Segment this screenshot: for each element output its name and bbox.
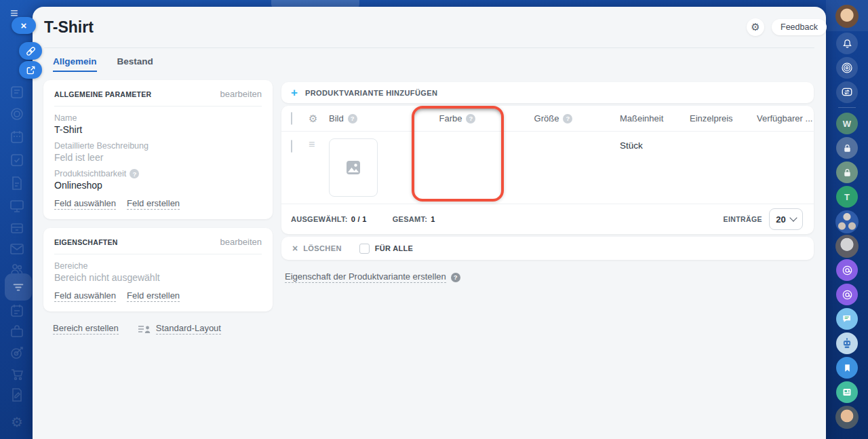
- selected-label: AUSGEWÄHLT:: [291, 215, 348, 223]
- column-header-bild[interactable]: Bild ?: [329, 113, 412, 123]
- for-all-control[interactable]: FÜR ALLE: [359, 244, 413, 254]
- mail-icon[interactable]: [9, 241, 25, 257]
- create-variant-property-link[interactable]: Eigenschaft der Produktvariante erstelle…: [285, 271, 446, 283]
- column-header-verfuegbar[interactable]: Verfügbarer ...: [751, 113, 814, 123]
- total-value: 1: [431, 215, 435, 223]
- card-title: EIGENSCHAFTEN: [54, 238, 118, 246]
- delete-button[interactable]: × LÖSCHEN: [292, 244, 342, 253]
- documents-icon[interactable]: [9, 175, 25, 191]
- select-field-link[interactable]: Feld auswählen: [54, 290, 116, 302]
- planner-check-icon[interactable]: [9, 152, 25, 168]
- total-label: GESAMT:: [393, 215, 428, 223]
- calendar-icon[interactable]: [9, 129, 25, 145]
- feedback-button[interactable]: Feedback: [772, 19, 827, 35]
- selected-stat: AUSGEWÄHLT: 0 / 1: [291, 215, 367, 223]
- header-divider: [44, 47, 814, 48]
- help-icon[interactable]: ?: [130, 169, 139, 178]
- edit-link[interactable]: bearbeiten: [220, 89, 262, 99]
- messenger-sync-icon[interactable]: [836, 81, 858, 103]
- external-link-icon: [26, 65, 36, 75]
- add-variant-card[interactable]: + PRODUKTVARIANTE HINZUFÜGEN: [281, 82, 814, 103]
- left-column: ALLGEMEINE PARAMETER bearbeiten Name T-S…: [43, 80, 273, 335]
- copy-link-button[interactable]: [19, 42, 42, 60]
- column-header-masseinheit[interactable]: Maßeinheit: [604, 113, 682, 123]
- workspace-icon[interactable]: [9, 324, 25, 340]
- user-avatar[interactable]: [835, 235, 859, 258]
- marketing-target-icon[interactable]: [9, 345, 25, 361]
- copilot-icon[interactable]: [836, 284, 858, 305]
- masseinheit-cell[interactable]: Stück: [604, 138, 682, 151]
- copilot-icon[interactable]: [836, 259, 858, 281]
- tasks-ring-icon[interactable]: [9, 106, 25, 122]
- table-settings-gear-icon[interactable]: ⚙: [309, 113, 329, 125]
- column-header-farbe[interactable]: Farbe ?: [412, 113, 503, 123]
- layout-people-icon: [138, 324, 151, 335]
- create-field-link[interactable]: Feld erstellen: [127, 198, 180, 210]
- user-avatar[interactable]: [835, 5, 859, 28]
- locked-chat-icon[interactable]: [836, 161, 858, 183]
- create-property-row: Eigenschaft der Produktvariante erstelle…: [285, 271, 814, 283]
- create-field-link[interactable]: Feld erstellen: [127, 290, 180, 302]
- locked-chat-icon[interactable]: [836, 137, 858, 159]
- projects-icon[interactable]: [9, 303, 25, 319]
- delete-x-icon: ×: [292, 244, 298, 253]
- general-parameters-card: ALLGEMEINE PARAMETER bearbeiten Name T-S…: [43, 80, 273, 219]
- team-t-item[interactable]: T: [836, 186, 858, 208]
- open-new-window-button[interactable]: [19, 61, 42, 79]
- column-header-groesse[interactable]: Größe ?: [503, 113, 604, 123]
- help-icon[interactable]: ?: [466, 114, 475, 123]
- select-field-link[interactable]: Feld auswählen: [54, 198, 116, 210]
- news-feed-icon[interactable]: [836, 381, 858, 403]
- help-icon[interactable]: ?: [563, 114, 572, 123]
- chevron-down-icon: [789, 214, 797, 221]
- crm-filter-item-active[interactable]: [5, 273, 32, 301]
- column-header-einzelpreis[interactable]: Einzelpreis: [682, 113, 751, 123]
- entries-control: EINTRÄGE 20: [724, 208, 803, 230]
- workgroup-w-item[interactable]: W: [836, 113, 858, 134]
- help-icon[interactable]: ?: [348, 114, 357, 123]
- select-all-checkbox[interactable]: [291, 112, 292, 125]
- presentation-icon[interactable]: [9, 198, 25, 214]
- create-section-link[interactable]: Bereich erstellen: [53, 323, 119, 335]
- field-label: Name: [54, 113, 262, 123]
- card-links: Feld auswählen Feld erstellen: [54, 290, 262, 302]
- field-value: Feld ist leer: [54, 152, 262, 163]
- bild-cell: [329, 138, 412, 197]
- help-icon[interactable]: ?: [451, 273, 460, 282]
- user-avatar[interactable]: [835, 406, 859, 429]
- field-value: T-Shirt: [54, 124, 262, 135]
- panel-settings-gear-icon[interactable]: ⚙: [747, 18, 764, 36]
- standard-layout-link[interactable]: Standard-Layout: [138, 323, 221, 335]
- close-slider-button[interactable]: ×: [12, 17, 36, 34]
- drag-handle-icon[interactable]: ≡: [309, 139, 329, 149]
- settings-gear-icon[interactable]: ⚙: [9, 414, 25, 430]
- pulse-rings-icon[interactable]: [836, 57, 858, 79]
- variant-row: ≡ Stück: [281, 131, 814, 204]
- column-label: Farbe: [439, 113, 462, 123]
- card-header: ALLGEMEINE PARAMETER bearbeiten: [54, 89, 262, 99]
- shop-cart-icon[interactable]: [9, 366, 25, 382]
- group-chat-avatars[interactable]: [835, 210, 859, 233]
- field-description: Detaillierte Beschreibung Feld ist leer: [54, 141, 262, 163]
- field-visibility: Produktsichtbarkeit ? Onlineshop: [54, 169, 262, 191]
- storage-icon[interactable]: [9, 220, 25, 236]
- field-label-text: Produktsichtbarkeit: [54, 169, 126, 178]
- entries-per-page-dropdown[interactable]: 20: [769, 208, 803, 230]
- esign-doc-icon[interactable]: [9, 387, 25, 403]
- table-header-row: ⚙ Bild ? Farbe ? Größe ? Maßeinheit: [281, 106, 814, 131]
- row-checkbox[interactable]: [291, 140, 292, 153]
- table-footer: AUSGEWÄHLT: 0 / 1 GESAMT: 1 EINTRÄGE 20: [281, 204, 814, 234]
- bookmark-icon[interactable]: [836, 357, 858, 379]
- tab-allgemein[interactable]: Allgemein: [53, 56, 97, 72]
- selected-value: 0 / 1: [351, 215, 367, 223]
- support-chat-icon[interactable]: [836, 308, 858, 330]
- delete-label: LÖSCHEN: [303, 244, 342, 252]
- column-label: Größe: [534, 113, 559, 123]
- bot-icon[interactable]: [836, 332, 858, 354]
- image-placeholder[interactable]: [329, 138, 378, 197]
- tab-bestand[interactable]: Bestand: [117, 56, 153, 72]
- edit-link[interactable]: bearbeiten: [220, 237, 262, 247]
- notifications-bell-icon[interactable]: [836, 33, 858, 54]
- for-all-checkbox[interactable]: [359, 244, 370, 254]
- live-feed-icon[interactable]: [9, 84, 25, 100]
